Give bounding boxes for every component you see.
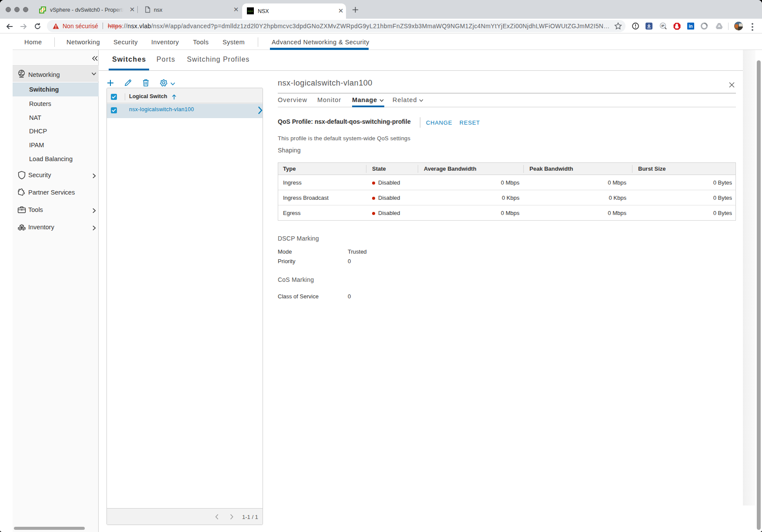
- svg-text:in: in: [689, 24, 693, 29]
- svg-text:NSX: NSX: [248, 10, 253, 13]
- svg-text:IP: IP: [661, 24, 664, 28]
